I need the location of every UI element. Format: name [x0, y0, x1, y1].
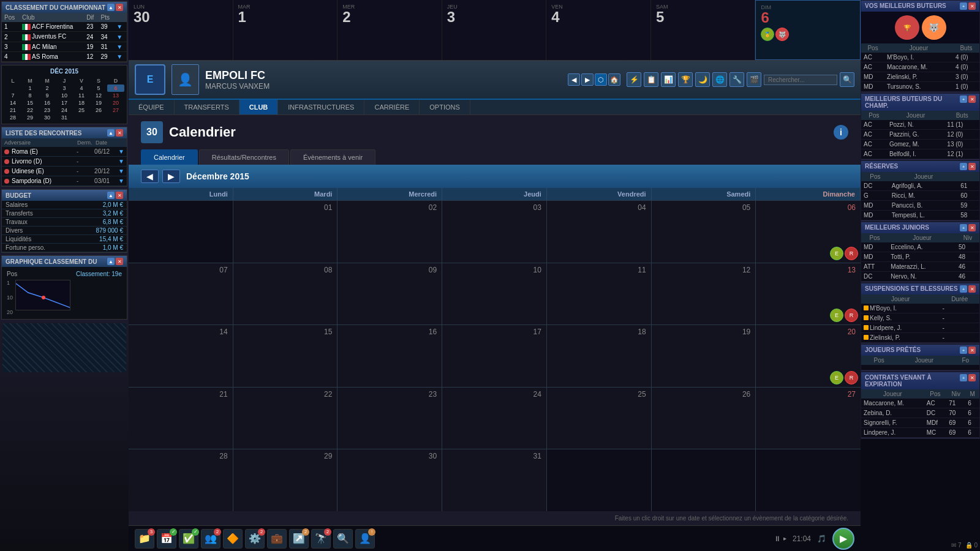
cal-cell[interactable]: 10 [442, 263, 547, 325]
cal-cell[interactable]: 31 [442, 449, 547, 511]
gear-icon[interactable]: ⚙️ 2 [245, 529, 265, 549]
cal-cell[interactable] [756, 449, 861, 511]
mini-cal-day[interactable]: 3 [56, 84, 73, 92]
mini-cal-day[interactable]: 2 [39, 84, 56, 92]
cal-cell[interactable]: 21 [129, 388, 233, 449]
table-row[interactable]: ACMaccarone, M.4 (0) [861, 62, 979, 72]
cal-cell[interactable]: 12 [652, 263, 756, 325]
folder-icon[interactable]: 📁 3 [135, 529, 154, 549]
cal-cell[interactable]: 09 [337, 263, 442, 325]
cal-cell[interactable]: 15 [233, 325, 338, 387]
list-item[interactable]: Roma (E) - 06/12 ▼ [2, 147, 127, 157]
cscorers-expand[interactable]: + [960, 96, 967, 103]
chart-icon[interactable]: 📊 [661, 72, 676, 87]
cal-cell[interactable]: 30 [337, 449, 442, 511]
sub-tab-events[interactable]: Évènements à venir [290, 149, 375, 165]
sub-tab-results[interactable]: Résultats/Rencontres [199, 149, 289, 165]
table-row[interactable]: 3 AC Milan 19 31 ▼ [2, 42, 127, 51]
budget-close-btn[interactable]: ✕ [116, 192, 123, 199]
tab-club[interactable]: CLUB [239, 100, 279, 114]
matches-expand-btn[interactable]: ▲ [107, 129, 115, 137]
mini-cal-day[interactable]: 27 [107, 107, 124, 114]
mini-cal-day[interactable]: 23 [39, 107, 56, 114]
cal-cell[interactable]: 14 [129, 325, 233, 387]
globe-icon[interactable]: 🌐 [712, 72, 727, 87]
mini-cal-day[interactable]: 7 [4, 92, 21, 99]
tab-transferts[interactable]: TRANSFERTS [175, 100, 239, 114]
sus-expand[interactable]: + [960, 285, 967, 293]
cal-cell[interactable]: 17 [442, 325, 547, 387]
mini-cal-day[interactable]: 22 [21, 107, 39, 114]
graph-expand-btn[interactable]: ▲ [107, 258, 115, 265]
mini-cal-day[interactable]: 13 [107, 92, 124, 99]
forward-btn[interactable]: ▶ [581, 73, 594, 86]
cone-icon[interactable]: 🔶 [223, 529, 243, 549]
cal-cell[interactable]: 20 E R [756, 325, 861, 387]
list-item[interactable]: Livorno (D) - ▼ [2, 157, 127, 167]
tools-icon[interactable]: 🔧 [729, 72, 744, 87]
cal-cell[interactable]: 02 [337, 201, 442, 263]
scorers-close[interactable]: ✕ [968, 2, 976, 10]
cal-cell[interactable]: 23 [337, 388, 442, 449]
home-btn[interactable]: 🏠 [608, 73, 620, 86]
table-row[interactable]: MDTursunov, S.1 (0) [861, 82, 979, 92]
mini-cal-day[interactable]: 12 [90, 92, 107, 99]
mini-cal-day[interactable]: 29 [21, 114, 39, 121]
mini-cal-day[interactable]: 1 [21, 84, 39, 92]
sus-close[interactable]: ✕ [968, 285, 976, 293]
table-row[interactable]: GRicci, M.60 [861, 191, 979, 201]
scout-icon[interactable]: 🔭 2 [311, 529, 331, 549]
mini-cal-day[interactable] [73, 114, 90, 121]
cal-cell[interactable]: 01 [233, 201, 338, 263]
cal-cell[interactable]: 04 [547, 201, 652, 263]
contr-expand[interactable]: + [960, 374, 967, 381]
cal-cell[interactable]: 18 [547, 325, 652, 387]
mini-cal-day[interactable]: 31 [56, 114, 73, 121]
cal-cell[interactable]: 24 [442, 388, 547, 449]
cal-cell[interactable]: 13 E R [756, 263, 861, 325]
tab-equipe[interactable]: ÉQUIPE [129, 100, 175, 114]
mini-cal-day[interactable]: 14 [4, 99, 21, 107]
table-row[interactable]: Signorelli, F.MDf696 [861, 418, 979, 428]
mini-cal-day[interactable]: 10 [56, 92, 73, 99]
info-button[interactable]: i [834, 125, 848, 140]
mini-cal-day[interactable]: 28 [4, 114, 21, 121]
up-btn[interactable]: ⬡ [595, 73, 607, 86]
matches-close-btn[interactable]: ✕ [116, 129, 123, 137]
budget-expand-btn[interactable]: ▲ [107, 192, 115, 199]
table-row[interactable]: ACGomez, M.13 (0) [861, 140, 979, 149]
table-row[interactable]: M'Boyo, I.- [861, 304, 979, 313]
table-row[interactable]: ACPazzini, G.12 (0) [861, 130, 979, 140]
cal-cell[interactable]: 25 [547, 388, 652, 449]
cal-cell[interactable]: 22 [233, 388, 338, 449]
scorers-expand[interactable]: + [960, 2, 967, 10]
champ-close-btn[interactable]: ✕ [116, 4, 123, 11]
mini-cal-day[interactable]: 19 [90, 99, 107, 107]
briefcase-icon[interactable]: 💼 [267, 529, 287, 549]
table-row[interactable]: MDZielinski, P.3 (0) [861, 72, 979, 82]
table-row[interactable]: 4 AS Roma 12 29 ▼ [2, 52, 127, 62]
mini-cal-day[interactable]: 18 [73, 99, 90, 107]
table-row[interactable]: MDTempesti, L.58 [861, 211, 979, 220]
tactics-icon[interactable]: 📋 [644, 72, 658, 87]
sub-tab-calendrier[interactable]: Calendrier [141, 149, 198, 165]
res-close[interactable]: ✕ [968, 163, 976, 170]
table-row[interactable]: MDPanucci, B.59 [861, 201, 979, 211]
calendar-icon[interactable]: 📅 ✓ [157, 529, 176, 549]
mini-cal-day[interactable]: 15 [21, 99, 39, 107]
cal-cell[interactable]: 16 [337, 325, 442, 387]
list-item[interactable]: Udinese (E) - 20/12 ▼ [2, 167, 127, 176]
table-row[interactable]: Maccarone, M.AC716 [861, 399, 979, 408]
table-row[interactable]: Zielinski, P.- [861, 333, 979, 343]
cal-cell[interactable]: 03 [442, 201, 547, 263]
table-row[interactable]: ATTMaterazzi, L.46 [861, 262, 979, 272]
table-row[interactable]: DCAgrifogli, A.61 [861, 181, 979, 191]
champ-expand-btn[interactable]: ▲ [107, 4, 115, 11]
mini-cal-day[interactable] [90, 114, 107, 121]
list-item[interactable]: Sampdoria (D) - 03/01 ▼ [2, 176, 127, 186]
cal-cell[interactable]: 06 E R [756, 201, 861, 263]
mini-cal-day[interactable]: 11 [73, 92, 90, 99]
energy-icon[interactable]: ⚡ [627, 72, 641, 87]
mini-cal-day[interactable]: 30 [39, 114, 56, 121]
table-row[interactable]: 2 Juventus FC 24 34 ▼ [2, 32, 127, 42]
